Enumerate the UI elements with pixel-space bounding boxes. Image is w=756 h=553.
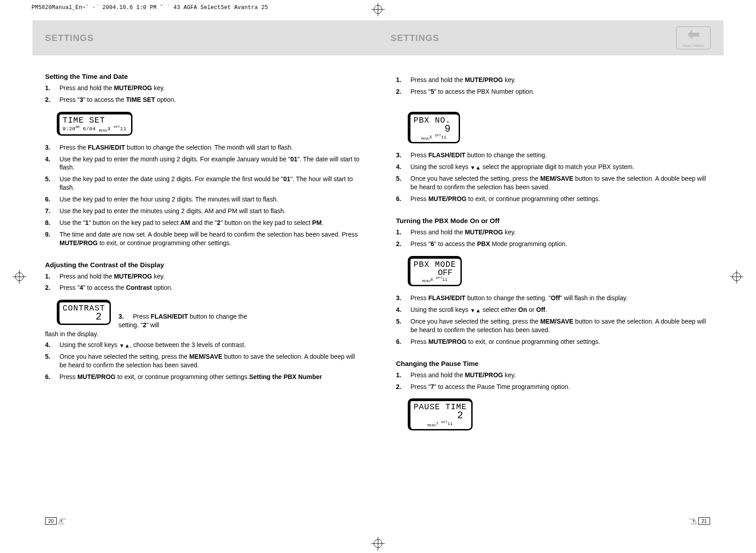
step-list: 1.Press and hold the MUTE/PROG key. 2.Pr… [45,84,360,104]
step-number: 6. [396,195,410,203]
step-text: Using the scroll keys ▼▲ select either O… [410,306,710,314]
step-number: 5. [45,175,59,192]
lcd-big-value: 2 [414,411,467,420]
step-text: Press and hold the MUTE/PROG key. [59,84,360,92]
step-number: 8. [45,219,59,227]
section-heading: Turning the PBX Mode On or Off [396,217,710,224]
lcd-line2: 9:20AM 6/04 MENU3 OPT11 [63,125,127,133]
step-list: 3.Press FLASH/EDIT button to change the … [396,151,710,203]
lcd-display: PBX NO. 9 MENU5 OPT11 [408,112,460,144]
step-text: Press FLASH/EDIT button to change the se… [410,294,710,302]
list-item: 5.Once you have selected the setting, pr… [396,317,710,334]
page-footer: 20 [45,517,68,525]
registration-mark-icon [371,537,385,550]
step-number: 1. [45,272,59,281]
list-item: 3.Press the FLASH/EDIT button to change … [45,143,360,152]
step-text-continuation: flash in the display. [45,330,360,338]
step-text: Press "4" to access the Contrast option. [59,283,360,292]
page-root: PM5820Manual_En~ˇ ·´ 2004.10.6 1:0 PM ˘ … [0,0,756,553]
step-text: Use the "1" button on the key pad to sel… [59,219,360,227]
step-list: 3.Press FLASH/EDIT button to change the … [396,294,710,346]
lcd-big-value: 2 [63,313,105,322]
section-heading: Adjusting the Contrast of the Display [45,261,360,269]
list-item: 9.The time and date are now set. A doubl… [45,230,360,247]
step-number: 5. [396,174,410,192]
step-number: 5. [45,352,59,370]
lcd-big-value: 9 [414,125,454,134]
step-number: 6. [45,195,59,204]
inline-heading: Setting the PBX Number [249,373,322,380]
list-item: 1.Press and hold the MUTE/PROG key. [45,84,360,92]
step-number: 5. [396,317,410,334]
model-label: Model PM5820 [683,44,704,47]
list-item: 4.Using the scroll keys ▼▲ select the ap… [396,163,710,171]
step-list: 1.Press and hold the MUTE/PROG key. 2.Pr… [45,272,360,292]
left-page: SETTINGS Setting the Time and Date 1.Pre… [32,20,378,528]
step-number: 2. [396,240,410,248]
lcd-display: PAUSE TIME 2 MENU7 OPT11 [408,398,473,430]
section-heading: Setting the Time and Date [45,73,360,80]
lcd-line1: TIME SET [63,116,127,125]
list-item: 2.Press "6" to access the PBX Mode progr… [396,240,710,248]
step-number: 6. [45,373,59,381]
step-text: Use the key pad to enter the month using… [59,155,360,172]
step-number: 4. [45,341,59,349]
step-number: 9. [45,230,59,247]
step-number: 2. [396,383,410,391]
model-badge: Model PM5820 [676,26,711,50]
step-text: Press and hold the MUTE/PROG key. [59,272,360,281]
step-text: Press and hold the MUTE/PROG key. [410,371,710,379]
step-list: 4.Using the scroll keys ▼▲, choose betwe… [45,341,360,370]
list-item: 8.Use the "1" button on the key pad to s… [45,219,360,227]
step-number: 1. [396,371,410,379]
step-text: Press FLASH/EDIT button to change the se… [410,151,710,160]
step-text: Press FLASH/EDIT button to change the se… [118,313,247,329]
step-number: 3. [396,151,410,160]
page-footer: 21 [688,517,710,525]
page-number: 21 [698,517,710,525]
step-list: 1.Press and hold the MUTE/PROG key. 2.Pr… [396,76,710,96]
step-number: 6. [396,338,410,346]
step-text: The time and date are now set. A double … [59,230,360,247]
list-item: 4.Using the scroll keys ▼▲ select either… [396,306,710,314]
step-number: 3. [118,312,133,321]
list-item: 2.Press "4" to access the Contrast optio… [45,283,360,292]
lcd-line1: PBX MODE [414,260,456,269]
list-item: 6.Press MUTE/PROG to exit, or continue p… [396,195,710,203]
list-item: 1.Press and hold the MUTE/PROG key. [396,371,710,379]
lcd-display: TIME SET 9:20AM 6/04 MENU3 OPT11 [57,112,132,136]
step-text: Once you have selected the setting, pres… [410,317,710,334]
step-number: 3. [45,143,59,152]
step-text: Using the scroll keys ▼▲ select the appr… [410,163,710,171]
list-item: 3.Press FLASH/EDIT button to change the … [396,151,710,160]
step-number: 7. [45,207,59,215]
page-arrow-icon [688,518,696,524]
step-text: Use the key pad to enter the hour using … [59,195,360,204]
step-number: 2. [45,96,59,104]
step-text: Press the FLASH/EDIT button to change th… [59,143,360,152]
left-content: Setting the Time and Date 1.Press and ho… [32,55,378,381]
step-number: 2. [45,283,59,292]
list-item: 6.Use the key pad to enter the hour usin… [45,195,360,204]
step-text: Use the key pad to enter the minutes usi… [59,207,360,215]
registration-mark-icon [730,270,743,283]
page-number: 20 [45,517,57,525]
section-heading: Changing the Pause Time [396,360,710,367]
step-text: Using the scroll keys ▼▲, choose between… [59,341,360,349]
list-item: 2.Press "7" to access the Pause Time pro… [396,383,710,391]
title-band: SETTINGS Model PM5820 [378,20,724,55]
right-content: 1.Press and hold the MUTE/PROG key. 2.Pr… [378,55,724,435]
step-number: 2. [396,87,410,96]
step-text: Press "6" to access the PBX Mode program… [410,240,710,248]
step-number: 1. [396,228,410,237]
lcd-line3: MENU5 OPT11 [414,134,454,141]
list-item: 5.Once you have selected the setting, pr… [396,174,710,192]
step-list: 1.Press and hold the MUTE/PROG key. 2.Pr… [396,228,710,248]
right-page: SETTINGS Model PM5820 1.Press and hold t… [378,20,724,528]
step-text: Press MUTE/PROG to exit, or continue pro… [410,338,710,346]
list-item: 4.Using the scroll keys ▼▲, choose betwe… [45,341,360,349]
step-text: Press MUTE/PROG to exit, or continue pro… [410,195,710,203]
lcd-line3: MENU7 OPT11 [414,420,467,427]
page-title: SETTINGS [391,33,439,43]
step-number: 1. [396,76,410,84]
